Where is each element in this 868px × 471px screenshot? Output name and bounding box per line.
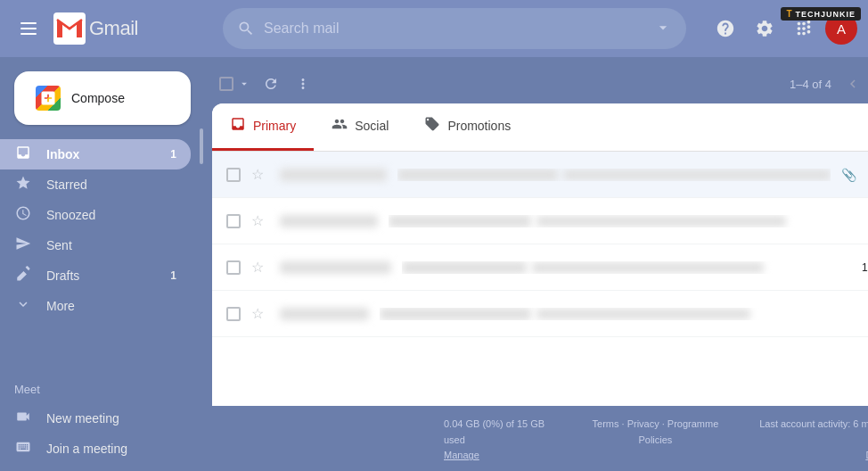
compose-icon <box>36 86 61 111</box>
mail-toolbar: 1–4 of 4 <box>212 64 868 103</box>
footer-links-text: Terms · Privacy · Programme Policies <box>593 418 719 445</box>
email-subject <box>380 308 531 320</box>
snoozed-label: Snoozed <box>46 208 95 222</box>
inbox-icon <box>14 145 32 165</box>
watermark-logo: T <box>786 9 791 19</box>
email-meta: 19 Sep <box>862 261 868 274</box>
email-checkbox[interactable] <box>226 168 241 182</box>
drafts-icon <box>14 266 32 286</box>
email-sender <box>280 169 387 181</box>
svg-rect-1 <box>20 28 37 29</box>
email-time: 17:22 <box>864 169 868 181</box>
inbox-label: Inbox <box>46 147 79 161</box>
email-sender <box>280 215 378 227</box>
svg-rect-0 <box>20 22 37 24</box>
email-preview <box>536 309 750 319</box>
table-row[interactable]: ☆ 5 Nov <box>212 198 868 244</box>
prev-page-button[interactable] <box>839 70 867 98</box>
email-list: ☆ 📎 17:22 <box>212 152 868 406</box>
table-row[interactable]: ☆ 7 Sep <box>212 291 868 337</box>
email-meta: 7 Sep <box>864 308 868 320</box>
inbox-badge: 1 <box>170 148 176 161</box>
star-button[interactable]: ☆ <box>251 212 269 230</box>
social-tab-icon <box>332 116 348 136</box>
help-button[interactable] <box>708 11 743 46</box>
pagination-text: 1–4 of 4 <box>790 78 831 91</box>
more-options-button[interactable] <box>289 70 317 98</box>
more-label: More <box>46 299 75 313</box>
sidebar-item-drafts[interactable]: Drafts 1 <box>0 260 191 291</box>
sidebar-item-sent[interactable]: Sent <box>0 230 191 260</box>
search-dropdown-icon[interactable] <box>654 19 672 39</box>
sidebar-item-snoozed[interactable]: Snoozed <box>0 200 191 230</box>
main-layout: Compose Inbox 1 Starred <box>0 57 868 471</box>
table-row[interactable]: ☆ 19 Sep <box>212 244 868 291</box>
pagination: 1–4 of 4 <box>790 70 868 98</box>
app-name: Gmail <box>89 17 138 40</box>
email-preview <box>532 262 764 273</box>
star-button[interactable]: ☆ <box>251 305 269 323</box>
starred-label: Starred <box>46 178 87 192</box>
tab-primary-label: Primary <box>253 119 296 133</box>
email-body <box>389 215 853 227</box>
video-icon <box>14 409 32 428</box>
email-body <box>397 169 831 181</box>
promotions-tab-icon <box>424 116 440 136</box>
topbar-left: Gmail <box>11 11 216 46</box>
footer-storage: 0.04 GB (0%) of 15 GB used Manage <box>444 417 561 464</box>
table-row[interactable]: ☆ 📎 17:22 <box>212 152 868 198</box>
new-meeting-label: New meeting <box>46 411 119 426</box>
star-button[interactable]: ☆ <box>251 259 269 277</box>
sidebar-item-starred[interactable]: Starred <box>0 169 191 200</box>
refresh-button[interactable] <box>257 70 285 98</box>
search-input[interactable] <box>264 21 645 37</box>
sidebar-item-inbox[interactable]: Inbox 1 <box>0 139 191 169</box>
starred-icon <box>14 175 32 195</box>
email-sender <box>280 308 369 320</box>
watermark: T TECHJUNKIE <box>781 7 861 21</box>
email-meta: 5 Nov <box>864 215 868 227</box>
meet-new-meeting[interactable]: New meeting <box>0 403 205 434</box>
hamburger-button[interactable] <box>11 11 46 46</box>
select-all-wrap <box>219 73 253 95</box>
settings-button[interactable] <box>747 11 782 46</box>
select-all-checkbox[interactable] <box>219 77 233 91</box>
tabs: Primary Social Pro <box>212 103 868 152</box>
sent-icon <box>14 236 32 256</box>
sidebar-item-more[interactable]: More <box>0 291 191 321</box>
meet-section: Meet New meeting Join a meeting <box>0 368 205 471</box>
email-subject <box>402 261 527 274</box>
email-body <box>380 308 853 320</box>
keyboard-icon <box>14 439 32 459</box>
compose-label: Compose <box>71 91 125 105</box>
email-time: 5 Nov <box>864 215 868 227</box>
tab-primary[interactable]: Primary <box>212 103 314 151</box>
email-time: 19 Sep <box>862 261 868 274</box>
select-dropdown-button[interactable] <box>235 73 253 95</box>
attachment-icon: 📎 <box>841 168 856 182</box>
compose-button[interactable]: Compose <box>14 71 191 125</box>
footer-links: Terms · Privacy · Programme Policies <box>579 417 733 448</box>
tab-social[interactable]: Social <box>314 103 406 151</box>
watermark-text: TECHJUNKIE <box>795 10 856 19</box>
storage-text: 0.04 GB (0%) of 15 GB used <box>444 418 545 445</box>
email-preview <box>563 169 831 180</box>
sidebar: Compose Inbox 1 Starred <box>0 57 205 471</box>
footer: 0.04 GB (0%) of 15 GB used Manage Terms … <box>212 406 868 471</box>
activity-text: Last account activity: 6 minutes ago <box>759 418 868 445</box>
email-body <box>402 261 851 274</box>
drafts-label: Drafts <box>46 269 79 283</box>
sent-label: Sent <box>46 238 72 252</box>
email-preview <box>536 216 786 227</box>
manage-link[interactable]: Manage <box>444 450 479 460</box>
email-checkbox[interactable] <box>226 307 241 321</box>
email-checkbox[interactable] <box>226 260 241 275</box>
email-checkbox[interactable] <box>226 214 241 228</box>
email-meta: 📎 17:22 <box>841 168 868 182</box>
meet-title: Meet <box>0 379 205 400</box>
email-sender <box>280 261 391 274</box>
star-button[interactable]: ☆ <box>251 166 269 184</box>
drafts-badge: 1 <box>170 269 176 282</box>
meet-join-meeting[interactable]: Join a meeting <box>0 434 205 464</box>
tab-promotions[interactable]: Promotions <box>406 103 528 151</box>
